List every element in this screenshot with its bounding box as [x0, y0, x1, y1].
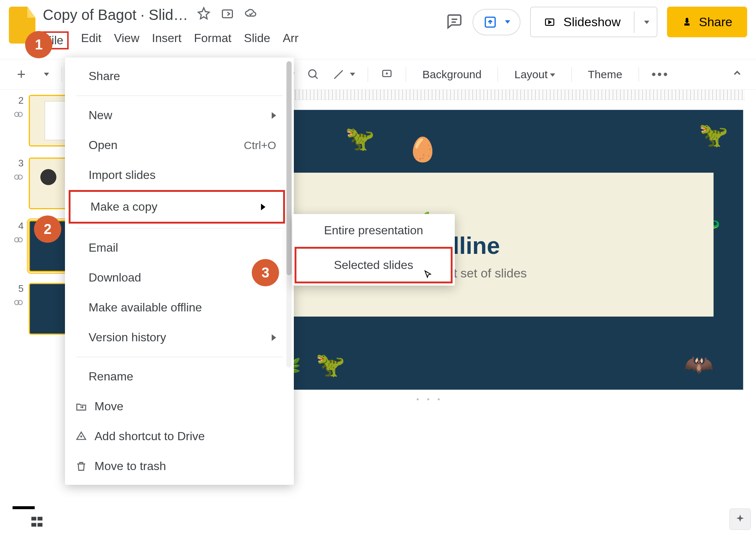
transition-icon: [13, 109, 24, 120]
dinosaur-icon: 🦖: [316, 351, 345, 379]
svg-line-9: [334, 70, 343, 79]
slideshow-button[interactable]: Slideshow: [530, 7, 657, 37]
egg-icon: 🥚: [408, 136, 437, 163]
menu-edit[interactable]: Edit: [81, 31, 102, 49]
share-label: Share: [699, 15, 732, 29]
file-menu-import-slides[interactable]: Import slides: [65, 160, 294, 190]
shortcut-label: Ctrl+O: [244, 139, 276, 152]
slide-number: 5: [9, 283, 24, 294]
new-slide-dropdown-icon[interactable]: [44, 73, 49, 76]
filmstrip-scroll-indicator: [13, 506, 35, 509]
move-to-folder-icon[interactable]: [221, 7, 234, 23]
present-button[interactable]: [472, 9, 520, 35]
insert-shape-icon[interactable]: [307, 68, 320, 81]
file-menu-email[interactable]: Email: [65, 233, 294, 263]
collapse-toolbar-icon[interactable]: [732, 68, 743, 81]
transition-icon: [13, 172, 24, 182]
share-button[interactable]: Share: [667, 7, 747, 37]
file-menu-open[interactable]: OpenCtrl+O: [65, 130, 294, 160]
slide-number: 3: [9, 158, 24, 169]
menu-arrange[interactable]: Arr: [283, 31, 299, 49]
file-menu-move-to-trash[interactable]: Move to trash: [65, 451, 294, 481]
svg-rect-19: [31, 517, 36, 521]
file-menu-version-history[interactable]: Version history: [65, 322, 294, 352]
svg-rect-5: [684, 23, 690, 25]
submenu-arrow-icon: [272, 334, 276, 341]
menu-insert[interactable]: Insert: [152, 31, 181, 49]
new-slide-button[interactable]: +: [13, 66, 29, 83]
make-a-copy-submenu: Entire presentation Selected slides: [292, 214, 455, 286]
file-menu-make-available-offline[interactable]: Make available offline: [65, 293, 294, 322]
svg-rect-22: [38, 523, 42, 527]
submenu-arrow-icon: [272, 112, 276, 119]
explore-button[interactable]: [729, 508, 751, 530]
svg-rect-21: [31, 523, 36, 527]
document-title[interactable]: Copy of Bagot · Slid…: [43, 7, 188, 23]
submenu-entire-presentation[interactable]: Entire presentation: [292, 214, 455, 247]
submenu-arrow-icon: [261, 204, 265, 210]
mouse-cursor-icon: [423, 270, 433, 279]
file-menu-rename[interactable]: Rename: [65, 362, 294, 391]
slide-number: 2: [9, 95, 24, 106]
dinosaur-icon: 🦖: [345, 125, 375, 152]
svg-rect-0: [222, 10, 232, 18]
file-menu-share[interactable]: Share: [65, 61, 294, 91]
more-tools-icon[interactable]: •••: [652, 67, 669, 82]
transition-icon: [13, 297, 24, 308]
layout-button[interactable]: Layout: [511, 68, 559, 81]
drive-shortcut-icon: [75, 431, 87, 442]
trash-icon: [75, 460, 87, 472]
file-menu-new[interactable]: New: [65, 100, 294, 130]
insert-comment-icon[interactable]: [381, 68, 393, 81]
annotation-badge-2: 2: [34, 215, 61, 243]
cloud-status-icon[interactable]: [244, 7, 258, 23]
file-menu-move[interactable]: Move: [65, 391, 294, 421]
menu-format[interactable]: Format: [194, 31, 231, 49]
background-button[interactable]: Background: [419, 68, 485, 81]
annotation-badge-1: 1: [25, 31, 52, 58]
dinosaur-icon: 🦖: [699, 121, 728, 149]
slideshow-label: Slideshow: [563, 15, 621, 29]
comment-history-icon[interactable]: [446, 13, 463, 31]
folder-arrow-icon: [75, 401, 87, 413]
dinosaur-icon: 🦇: [684, 351, 714, 379]
theme-button[interactable]: Theme: [584, 68, 626, 81]
transition-icon: [13, 235, 24, 245]
slide-number: 4: [9, 220, 24, 232]
file-menu-make-a-copy[interactable]: Make a copy: [71, 192, 283, 222]
grid-view-icon[interactable]: [30, 514, 44, 529]
insert-line-icon[interactable]: [332, 68, 355, 81]
annotation-badge-3: 3: [252, 259, 279, 286]
svg-rect-20: [38, 517, 42, 521]
menu-slide[interactable]: Slide: [244, 31, 270, 49]
file-menu-add-shortcut-to-drive[interactable]: Add shortcut to Drive: [65, 421, 294, 451]
menubar: File Edit View Insert Format Slide Arr: [43, 31, 299, 49]
star-icon[interactable]: [197, 7, 210, 23]
slideshow-dropdown-icon[interactable]: [634, 11, 657, 33]
menu-view[interactable]: View: [114, 31, 140, 49]
